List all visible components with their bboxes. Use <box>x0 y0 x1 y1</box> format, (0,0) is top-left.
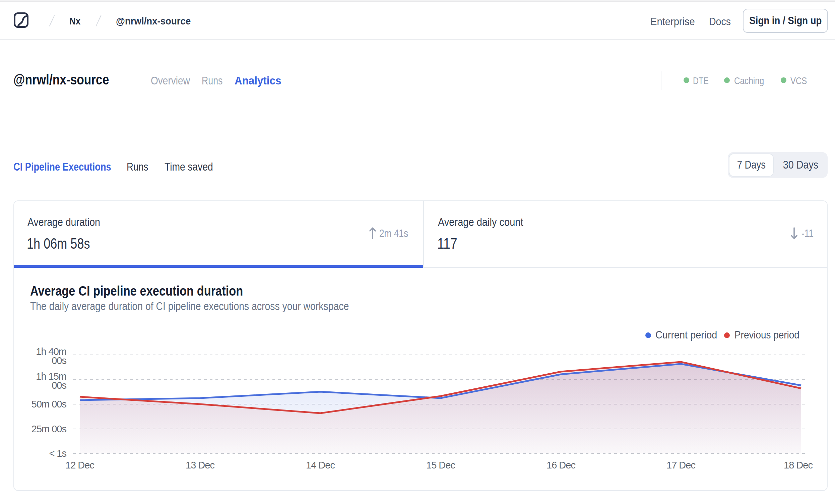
svg-text:18 Dec: 18 Dec <box>784 460 813 470</box>
svg-text:00s: 00s <box>52 380 66 391</box>
svg-text:15 Dec: 15 Dec <box>426 460 455 470</box>
svg-text:50m 00s: 50m 00s <box>32 399 67 409</box>
svg-text:16 Dec: 16 Dec <box>547 460 575 470</box>
svg-text:00s: 00s <box>52 355 66 366</box>
svg-text:17 Dec: 17 Dec <box>667 460 695 470</box>
svg-text:12 Dec: 12 Dec <box>65 460 94 470</box>
svg-text:< 1s: < 1s <box>49 448 66 459</box>
svg-text:13 Dec: 13 Dec <box>186 460 215 470</box>
svg-text:25m 00s: 25m 00s <box>32 424 67 434</box>
svg-text:14 Dec: 14 Dec <box>306 460 335 470</box>
